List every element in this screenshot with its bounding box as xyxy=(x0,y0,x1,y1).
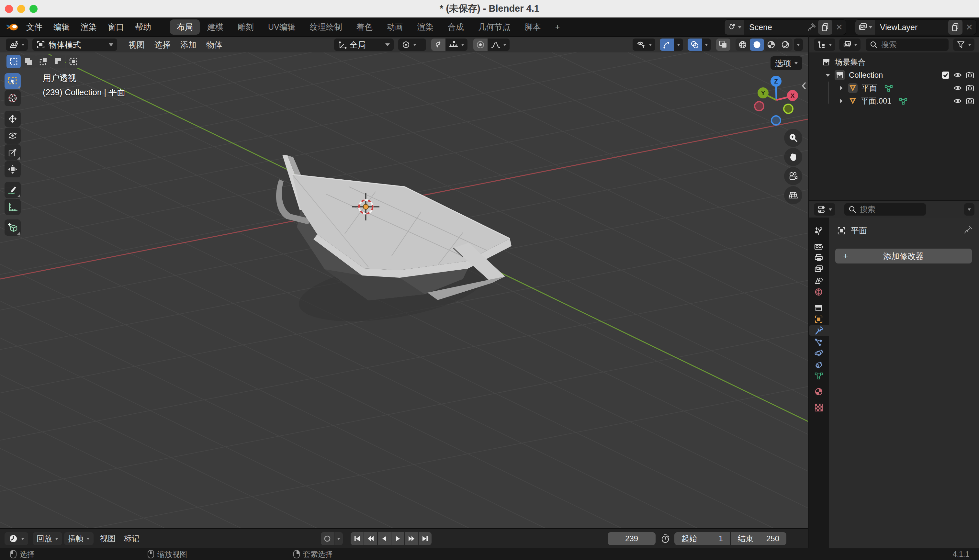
gizmo-axis-x[interactable]: X xyxy=(791,92,795,99)
outliner-row-collection[interactable]: Collection xyxy=(809,68,979,82)
pin-scene-icon[interactable] xyxy=(805,23,818,32)
active-object-name[interactable]: 平面 xyxy=(851,225,867,236)
tab-object[interactable] xyxy=(809,314,829,325)
select-mode-invert-icon[interactable] xyxy=(51,55,65,68)
tab-viewlayer[interactable] xyxy=(809,264,829,275)
workspace-tab-geometrynodes[interactable]: 几何节点 xyxy=(471,19,517,35)
sidebar-collapse-icon[interactable] xyxy=(800,81,807,92)
add-modifier-button[interactable]: + 添加修改器 xyxy=(835,248,972,263)
plane001-label[interactable]: 平面.001 xyxy=(861,96,892,106)
shading-material-icon[interactable] xyxy=(764,38,778,51)
viewport-menu-object[interactable]: 物体 xyxy=(201,40,227,50)
tab-constraints[interactable] xyxy=(809,359,829,370)
collection-render-camera-icon[interactable] xyxy=(966,71,974,79)
model-boat[interactable] xyxy=(276,155,512,332)
workspace-tab-layout[interactable]: 布局 xyxy=(170,19,200,35)
zoom-view-icon[interactable] xyxy=(784,129,802,147)
jump-to-start-button[interactable] xyxy=(350,532,364,545)
show-gizmo-icon[interactable] xyxy=(660,38,674,51)
viewlayer-icon[interactable] xyxy=(856,20,875,35)
tab-texture[interactable] xyxy=(809,402,829,413)
plane-render-camera-icon[interactable] xyxy=(966,84,974,92)
play-button[interactable] xyxy=(391,532,404,545)
snap-settings-dropdown[interactable] xyxy=(445,38,467,51)
plane-hide-eye-icon[interactable] xyxy=(953,84,962,92)
viewport-menu-add[interactable]: 添加 xyxy=(175,40,201,50)
shading-rendered-icon[interactable] xyxy=(778,38,792,51)
viewport-3d[interactable]: 用户透视 (239) Collection | 平面 选项 Z Y X xyxy=(0,52,808,528)
tool-measure[interactable] xyxy=(5,199,21,215)
next-keyframe-button[interactable] xyxy=(405,532,418,545)
tool-select-box[interactable] xyxy=(5,73,21,89)
plane-label[interactable]: 平面 xyxy=(861,83,877,93)
xray-toggle-icon[interactable] xyxy=(716,38,730,51)
auto-keying-dropdown[interactable] xyxy=(334,532,343,545)
frame-start-field[interactable]: 起始 1 xyxy=(674,532,730,545)
add-workspace-button[interactable]: + xyxy=(549,20,567,34)
select-mode-subtract-icon[interactable] xyxy=(36,55,50,68)
collection-checkbox-icon[interactable] xyxy=(941,71,950,79)
gizmo-axis-z-neg[interactable] xyxy=(772,116,781,125)
tab-world[interactable] xyxy=(809,287,829,297)
pin-id-icon[interactable] xyxy=(964,225,973,234)
tab-material[interactable] xyxy=(809,386,829,397)
outliner-row-plane001[interactable]: 平面.001 xyxy=(809,95,979,107)
gizmo-axis-x-neg[interactable] xyxy=(755,102,764,111)
timeline-menu-keying[interactable]: 插帧 xyxy=(64,532,93,545)
viewport-menu-view[interactable]: 视图 xyxy=(123,40,150,50)
collection-hide-eye-icon[interactable] xyxy=(953,71,962,79)
collection-expand-icon[interactable] xyxy=(826,74,830,77)
editor-type-properties-button[interactable] xyxy=(814,203,835,216)
transform-orientation-dropdown[interactable]: 全局 xyxy=(334,38,394,51)
navigation-gizmo[interactable]: Z Y X xyxy=(751,73,806,131)
editor-type-outliner-button[interactable] xyxy=(814,38,835,51)
scene-name[interactable]: Scene xyxy=(744,23,805,32)
outliner-display-mode-dropdown[interactable] xyxy=(839,38,861,51)
workspace-tab-compositing[interactable]: 合成 xyxy=(441,19,471,35)
viewport-options-button[interactable]: 选项 xyxy=(771,56,802,70)
tab-render[interactable] xyxy=(809,241,829,252)
properties-options-dropdown[interactable] xyxy=(964,203,974,216)
gizmo-axis-y-neg[interactable] xyxy=(784,104,793,113)
ortho-grid-icon[interactable] xyxy=(784,186,802,204)
play-reverse-button[interactable] xyxy=(378,532,391,545)
scene-icon[interactable] xyxy=(725,20,744,35)
frame-end-field[interactable]: 结束 250 xyxy=(730,532,786,545)
shading-wireframe-icon[interactable] xyxy=(736,38,750,51)
shading-dropdown[interactable] xyxy=(794,38,803,51)
menu-edit[interactable]: 编辑 xyxy=(48,22,75,32)
tab-physics[interactable] xyxy=(809,348,829,359)
select-mode-set-icon[interactable] xyxy=(7,55,21,68)
tool-move[interactable] xyxy=(5,111,21,127)
tool-rotate[interactable] xyxy=(5,128,21,144)
menu-file[interactable]: 文件 xyxy=(21,22,48,32)
gizmo-dropdown[interactable] xyxy=(674,38,683,51)
prev-keyframe-button[interactable] xyxy=(364,532,377,545)
tool-add-cube[interactable] xyxy=(5,220,21,236)
tab-tool[interactable] xyxy=(809,225,829,236)
workspace-tab-modeling[interactable]: 建模 xyxy=(200,19,230,35)
tool-cursor[interactable] xyxy=(5,90,21,106)
workspace-tab-uv[interactable]: UV编辑 xyxy=(261,19,302,35)
tool-scale[interactable] xyxy=(5,144,21,160)
menu-window[interactable]: 窗口 xyxy=(102,22,130,32)
gizmo-axis-z[interactable]: Z xyxy=(774,78,778,85)
show-overlays-icon[interactable] xyxy=(688,38,702,51)
tool-transform[interactable] xyxy=(5,161,21,177)
auto-keying-icon[interactable] xyxy=(321,532,334,545)
viewlayer-selector[interactable]: ViewLayer ✕ xyxy=(855,19,976,35)
falloff-dropdown[interactable] xyxy=(487,38,510,51)
plane001-render-camera-icon[interactable] xyxy=(966,97,974,105)
jump-to-end-button[interactable] xyxy=(419,532,432,545)
tab-modifiers[interactable] xyxy=(809,325,829,336)
editor-type-timeline-button[interactable] xyxy=(5,532,28,545)
outliner-row-scene-collection[interactable]: 场景集合 xyxy=(809,56,979,68)
timeline-menu-marker[interactable]: 标记 xyxy=(124,533,140,544)
workspace-tab-animation[interactable]: 动画 xyxy=(380,19,410,35)
tool-annotate[interactable] xyxy=(5,182,21,198)
new-scene-button[interactable] xyxy=(818,20,832,35)
select-mode-extend-icon[interactable] xyxy=(22,55,36,68)
plane001-expand-icon[interactable] xyxy=(840,99,843,103)
workspace-tab-shading[interactable]: 着色 xyxy=(350,19,379,35)
workspace-tab-rendering[interactable]: 渲染 xyxy=(410,19,440,35)
